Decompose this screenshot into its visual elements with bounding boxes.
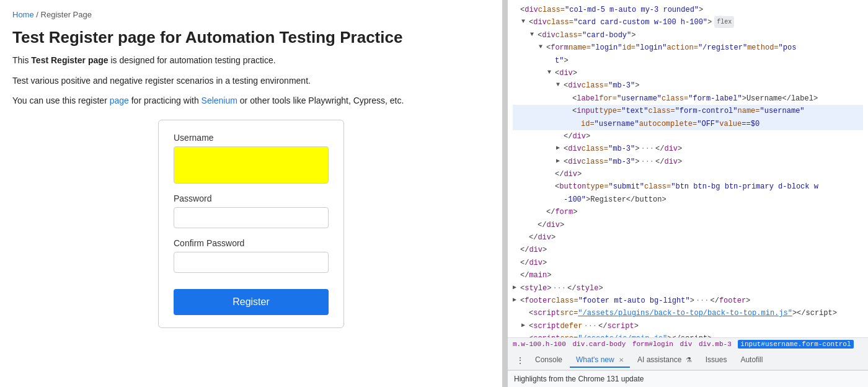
bc-tag-3[interactable]: form#login	[632, 340, 673, 348]
tab-autofill[interactable]: Autofill	[734, 353, 769, 368]
username-group: Username	[174, 133, 329, 184]
triangle-icon[interactable]	[556, 79, 564, 90]
desc-text-1: This	[12, 55, 31, 65]
confirm-password-group: Confirm Password	[174, 238, 329, 273]
html-line-highlighted[interactable]: <input type="text" class="form-control" …	[513, 105, 863, 117]
html-line: <script defer ··· </script>	[513, 320, 863, 332]
confirm-password-label: Confirm Password	[174, 238, 329, 248]
html-line: t">	[513, 55, 863, 67]
bc-tag-5[interactable]: div.mb-3	[699, 340, 732, 348]
triangle-icon[interactable]	[513, 295, 520, 305]
desc3-before: You can use this register	[12, 96, 110, 105]
breadcrumb-separator: /	[36, 10, 40, 19]
html-line: <button type="submit" class="btn btn-bg …	[513, 180, 863, 193]
page-title: Test Register page for Automation Testin…	[12, 28, 490, 47]
html-line: <style> ··· </style>	[513, 282, 863, 295]
html-line: <div>	[513, 67, 863, 79]
breadcrumb-home-link[interactable]: Home	[12, 10, 34, 19]
devtools-menu-button[interactable]: ⋮	[513, 353, 528, 368]
html-line: <div class="col-md-5 m-auto my-3 rounded…	[513, 4, 863, 16]
desc3-page-link[interactable]: page	[110, 96, 129, 105]
left-panel: Home / Register Page Test Register page …	[0, 0, 502, 387]
register-button[interactable]: Register	[174, 289, 329, 315]
triangle-icon[interactable]	[539, 42, 546, 52]
html-line: <form name="login" id="login" action="/r…	[513, 42, 863, 54]
flex-badge: flex	[714, 16, 734, 28]
triangle-icon[interactable]	[513, 282, 520, 293]
triangle-icon[interactable]	[530, 29, 538, 40]
bc-tag-2[interactable]: div.card-body	[572, 340, 626, 348]
page-description-2: Test various positive and negative regis…	[12, 74, 490, 87]
page-description-3: You can use this register page for pract…	[12, 94, 490, 107]
html-line: <div class="mb-3"> ··· </div>	[513, 143, 863, 155]
html-line: <script src="/assets/js/main.js"></scrip…	[513, 332, 863, 337]
html-line: <footer class="footer mt-auto bg-light">…	[513, 295, 863, 307]
html-line: </div>	[513, 244, 863, 256]
password-group: Password	[174, 194, 329, 228]
highlights-message: Highlights from the Chrome 131 update	[514, 375, 644, 383]
tab-ai-assistance[interactable]: AI assistance ⚗	[631, 353, 698, 368]
password-label: Password	[174, 194, 329, 203]
confirm-password-input[interactable]	[174, 252, 329, 273]
triangle-icon[interactable]	[547, 67, 555, 78]
tab-whats-new[interactable]: What's new ✕	[570, 353, 630, 368]
html-line: </div>	[513, 130, 863, 143]
desc3-middle: for practicing with	[129, 96, 202, 105]
html-line: <div class="card-body">	[513, 29, 863, 42]
html-line: </div>	[513, 168, 863, 180]
html-line: <div class="mb-3">	[513, 79, 863, 92]
devtools-tab-bar: ⋮ Console What's new ✕ AI assistance ⚗ I…	[508, 350, 868, 370]
html-line: </div>	[513, 219, 863, 231]
tab-console[interactable]: Console	[529, 353, 569, 368]
bc-tag-4[interactable]: div	[680, 340, 693, 348]
desc3-selenium-link[interactable]: Selenium	[202, 96, 237, 105]
tab-whats-new-close[interactable]: ✕	[619, 357, 624, 363]
bc-tag-1[interactable]: m.w-100.h-100	[513, 340, 566, 348]
triangle-icon[interactable]	[556, 156, 564, 166]
page-description-1: This Test Register page is designed for …	[12, 53, 490, 67]
triangle-icon[interactable]	[521, 320, 529, 331]
breadcrumb: Home / Register Page	[12, 10, 490, 19]
html-line: <div class="card card-custom w-100 h-100…	[513, 16, 863, 29]
register-form-container: Username Password Confirm Password Regis…	[158, 120, 344, 328]
username-label: Username	[174, 133, 329, 143]
desc3-after: or other tools like Playwright, Cypress,…	[237, 96, 404, 105]
password-input[interactable]	[174, 207, 329, 228]
username-input[interactable]	[174, 146, 329, 184]
devtools-panel: <div class="col-md-5 m-auto my-3 rounded…	[507, 0, 868, 387]
triangle-icon[interactable]	[556, 143, 564, 153]
html-line-highlighted-cont: id="username" autocomplete="OFF" value =…	[513, 118, 863, 130]
desc-bold: Test Register page	[31, 55, 108, 65]
html-line: -100">Register</button>	[513, 194, 863, 206]
bc-tag-selected[interactable]: input#username.form-control	[738, 340, 853, 349]
devtools-html-tree: <div class="col-md-5 m-auto my-3 rounded…	[508, 0, 868, 337]
triangle-icon[interactable]	[521, 16, 529, 27]
breadcrumb-current: Register Page	[41, 10, 92, 19]
html-line: <script src="/assets/plugins/back-to-top…	[513, 307, 863, 319]
html-line: </div>	[513, 257, 863, 269]
html-line: </form>	[513, 206, 863, 218]
html-line: </main>	[513, 269, 863, 282]
panel-divider[interactable]	[502, 0, 507, 387]
html-line: <div class="mb-3"> ··· </div>	[513, 156, 863, 168]
desc-text-2: is designed for automation testing pract…	[108, 55, 276, 65]
devtools-breadcrumb-bar: m.w-100.h-100 div.card-body form#login d…	[508, 337, 868, 350]
html-line: </div>	[513, 231, 863, 244]
tab-issues[interactable]: Issues	[699, 353, 733, 368]
devtools-bottom-bar: Highlights from the Chrome 131 update	[508, 370, 868, 387]
html-line: <label for="username" class="form-label"…	[513, 92, 863, 105]
